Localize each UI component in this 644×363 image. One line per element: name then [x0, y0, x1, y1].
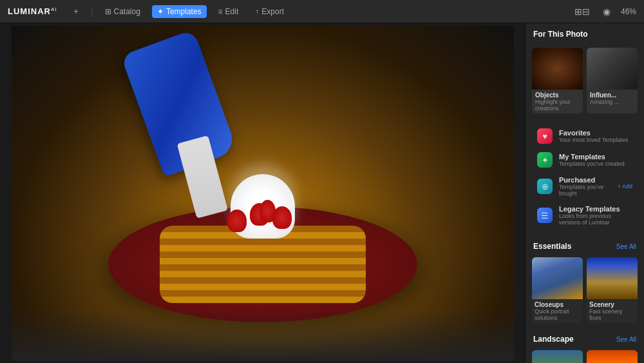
landscape2-thumb: [587, 350, 638, 363]
export-button[interactable]: ↑ Export: [250, 5, 289, 18]
my-templates-text: My Templates Templates you've created: [559, 153, 632, 167]
strawberry-3: [227, 210, 247, 232]
add-purchased-button[interactable]: + Add: [618, 183, 632, 190]
my-templates-name: My Templates: [559, 153, 632, 161]
influence-thumb: [587, 48, 638, 90]
photo-canvas: [12, 26, 514, 361]
zoom-level: 46%: [621, 7, 636, 16]
strawberry-4: [260, 200, 276, 222]
table-surface: [12, 309, 514, 361]
scenery-name: Scenery: [589, 301, 635, 308]
template-card-influence[interactable]: Influen... Amazing ...: [587, 48, 638, 113]
purchased-name: Purchased: [559, 176, 611, 184]
catalog-button[interactable]: ⊞ Catalog: [100, 5, 146, 18]
favorites-name: Favorites: [559, 129, 632, 137]
favorites-icon: ♥: [537, 128, 553, 144]
influence-name: Influen...: [590, 92, 634, 99]
closeups-thumb: [532, 257, 583, 299]
grid-view-button[interactable]: ⊞⊟: [572, 5, 592, 18]
essentials-see-all-button[interactable]: See All: [616, 243, 636, 250]
favorites-sub: Your most loved Templates: [559, 137, 632, 143]
closeups-name: Closeups: [535, 301, 580, 308]
favorites-text: Favorites Your most loved Templates: [559, 129, 632, 143]
templates-button[interactable]: ✦ Templates: [152, 5, 207, 18]
scenery-thumb: [587, 257, 638, 299]
legacy-sub: Looks from previous versions of Luminar: [559, 213, 632, 226]
legacy-name: Legacy Templates: [559, 205, 632, 213]
edit-icon: ≡: [218, 7, 223, 16]
landscape-card-1[interactable]: [532, 350, 583, 363]
landscape-header-row: Landscape See All: [526, 328, 644, 348]
essentials-title: Essentials: [533, 242, 571, 251]
templates-icon: ✦: [157, 7, 164, 16]
landscape-title: Landscape: [533, 335, 574, 344]
add-button[interactable]: +: [69, 5, 84, 18]
scenery-label: Scenery Fast scenery fixes: [587, 299, 638, 323]
template-card-objects[interactable]: Objects Highlight your creations: [532, 48, 583, 113]
essentials-card-closeups[interactable]: Closeups Quick portrait solutions: [532, 257, 583, 323]
for-this-photo-section: Objects Highlight your creations Influen…: [526, 43, 644, 119]
topbar: LUMINARAI + ⊞ Catalog ✦ Templates ≡ Edit…: [0, 0, 644, 23]
purchased-sub: Templates you've bought: [559, 184, 611, 197]
landscape-grid: [526, 348, 644, 363]
objects-sub: Highlight your creations: [535, 99, 580, 112]
influence-label: Influen... Amazing ...: [587, 90, 638, 107]
separator: [91, 6, 92, 17]
my-templates-sub: Templates you've created: [559, 161, 632, 167]
export-icon: ↑: [255, 7, 259, 16]
objects-name: Objects: [535, 92, 580, 99]
closeups-sub: Quick portrait solutions: [535, 308, 580, 321]
menu-item-my-templates[interactable]: ✦ My Templates Templates you've created: [529, 148, 640, 172]
app-logo: LUMINARAI: [8, 6, 57, 16]
eye-button[interactable]: ◉: [600, 5, 613, 18]
objects-label: Objects Highlight your creations: [532, 90, 583, 113]
influence-sub: Amazing ...: [590, 99, 634, 105]
objects-thumb: [532, 48, 583, 90]
topbar-right: ⊞⊟ ◉ 46%: [572, 5, 636, 18]
landscape-see-all-button[interactable]: See All: [616, 336, 636, 343]
edit-button[interactable]: ≡ Edit: [213, 5, 244, 18]
purchased-icon: ⊕: [537, 179, 553, 194]
for-this-photo-header: For This Photo: [526, 23, 644, 43]
glove: [120, 29, 237, 177]
menu-item-purchased[interactable]: ⊕ Purchased Templates you've bought + Ad…: [529, 172, 640, 201]
photo-background: [12, 26, 514, 361]
side-panel: For This Photo Objects Highlight your cr…: [525, 23, 644, 363]
legacy-icon: ☰: [537, 208, 553, 223]
purchased-text: Purchased Templates you've bought: [559, 176, 611, 197]
essentials-header-row: Essentials See All: [526, 235, 644, 255]
photo-area: [0, 23, 525, 363]
catalog-icon: ⊞: [105, 7, 111, 16]
essentials-card-scenery[interactable]: Scenery Fast scenery fixes: [587, 257, 638, 323]
menu-items-section: ♥ Favorites Your most loved Templates ✦ …: [526, 124, 644, 230]
my-templates-icon: ✦: [537, 152, 553, 168]
landscape-card-2[interactable]: [587, 350, 638, 363]
menu-item-favorites[interactable]: ♥ Favorites Your most loved Templates: [529, 124, 640, 148]
legacy-text: Legacy Templates Looks from previous ver…: [559, 205, 632, 226]
essentials-grid: Closeups Quick portrait solutions Scener…: [526, 255, 644, 328]
landscape1-thumb: [532, 350, 583, 363]
main-content: For This Photo Objects Highlight your cr…: [0, 23, 644, 363]
scenery-sub: Fast scenery fixes: [589, 308, 635, 321]
menu-item-legacy[interactable]: ☰ Legacy Templates Looks from previous v…: [529, 201, 640, 230]
closeups-label: Closeups Quick portrait solutions: [532, 299, 583, 323]
